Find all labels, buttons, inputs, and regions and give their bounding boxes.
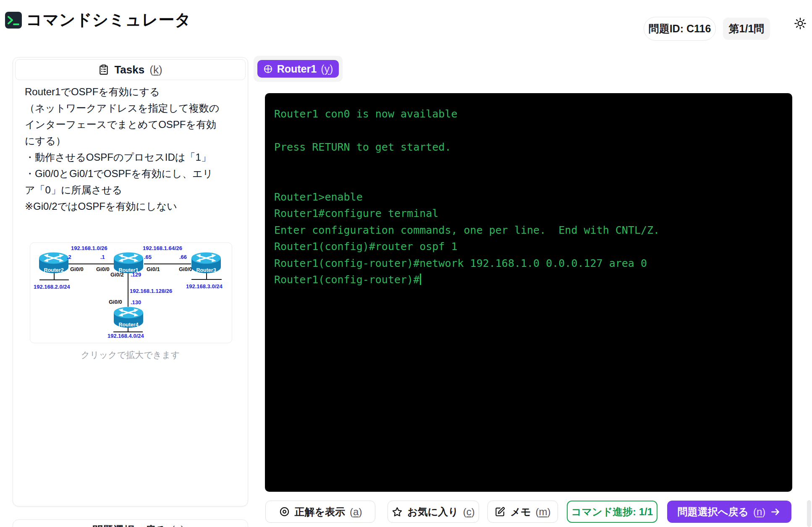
- task-description: Router1でOSPFを有効にする （ネットワークアドレスを指定して複数の イ…: [25, 83, 238, 214]
- show-answer-label: 正解を表示: [295, 505, 346, 519]
- arrow-left-icon: [76, 525, 87, 527]
- interface-label: Gi0/0: [96, 266, 110, 272]
- back-button-label: 問題選択へ戻る: [678, 505, 749, 519]
- tasks-panel-header[interactable]: Tasks k: [15, 59, 246, 80]
- tasks-panel: Tasks k Router1でOSPFを有効にする （ネットワークアドレスを指…: [13, 57, 248, 506]
- problem-id-badge: 問題ID: C116: [644, 17, 716, 41]
- tab-router1-shortcut-key: y: [321, 63, 333, 75]
- interface-label: Gi0/2: [110, 271, 124, 278]
- ip-label: .2: [67, 254, 71, 260]
- star-icon: [392, 506, 403, 517]
- lan-subnet-label: 192.168.4.0/24: [107, 333, 144, 339]
- page-title: コマンドシミュレータ: [26, 9, 191, 31]
- lan-subnet-label: 192.168.3.0/24: [186, 283, 223, 290]
- ip-label: .1: [100, 254, 105, 260]
- tasks-shortcut-key: k: [149, 63, 162, 76]
- router2-icon: Router2: [38, 252, 69, 274]
- svg-text:Router3: Router3: [196, 267, 216, 273]
- favorite-label: お気に入り: [407, 505, 458, 519]
- network-diagram[interactable]: Router2 Router1 Router3 Router4 192.168.…: [30, 243, 232, 343]
- memo-shortcut-key: m: [536, 506, 551, 518]
- scrollbar-thumb[interactable]: [807, 500, 811, 527]
- device-tab-bar: Router1 y: [254, 56, 343, 82]
- command-progress-badge: コマンド進捗: 1/1: [567, 501, 657, 523]
- back-to-selection-card[interactable]: 問題選択へ戻る n: [13, 519, 248, 527]
- interface-label: Gi0/1: [147, 266, 160, 272]
- router4-icon: Router4: [113, 306, 144, 329]
- subnet-label: 192.168.1.0/26: [71, 245, 107, 251]
- globe-icon: [263, 64, 273, 74]
- router3-icon: Router3: [191, 252, 222, 274]
- arrow-right-icon: [770, 506, 781, 517]
- tab-router1[interactable]: Router1 y: [257, 60, 339, 78]
- terminal-logo-icon: [5, 12, 22, 29]
- interface-label: Gi0/0: [70, 266, 84, 272]
- tasks-header-label: Tasks: [114, 63, 144, 76]
- svg-text:Router4: Router4: [118, 322, 138, 328]
- subnet-label: 192.168.1.64/26: [143, 245, 182, 251]
- ip-label: .130: [131, 299, 141, 305]
- svg-text:Router2: Router2: [44, 267, 63, 273]
- ip-label: .66: [179, 254, 187, 260]
- terminal-cursor: [420, 274, 421, 285]
- clipboard-icon: [98, 64, 109, 75]
- subnet-label: 192.168.1.128/26: [130, 288, 172, 294]
- show-answer-button[interactable]: 正解を表示 a: [265, 501, 375, 523]
- back-card-shortcut-key: n: [171, 524, 184, 527]
- terminal-console[interactable]: Router1 con0 is now available Press RETU…: [265, 93, 792, 492]
- tab-router1-label: Router1: [277, 63, 317, 75]
- sun-icon: [794, 17, 807, 30]
- ip-label: .129: [131, 271, 141, 278]
- app-header: コマンドシミュレータ 問題ID: C116 第1/1問: [0, 0, 812, 46]
- ip-label: .65: [144, 254, 152, 260]
- terminal-output: Router1 con0 is now available Press RETU…: [265, 93, 792, 301]
- question-counter-badge: 第1/1問: [723, 18, 770, 40]
- show-answer-shortcut-key: a: [350, 506, 362, 518]
- memo-button[interactable]: メモ m: [487, 501, 558, 523]
- back-to-selection-button[interactable]: 問題選択へ戻る n: [667, 501, 791, 523]
- favorite-button[interactable]: お気に入り c: [388, 501, 479, 523]
- interface-label: Gi0/0: [109, 299, 122, 305]
- interface-label: Gi0/0: [179, 266, 192, 272]
- memo-label: メモ: [510, 505, 531, 519]
- router1-icon: Router1: [113, 252, 144, 274]
- diagram-caption: クリックで拡大できます: [13, 349, 248, 361]
- favorite-shortcut-key: c: [463, 506, 475, 518]
- back-button-shortcut-key: n: [753, 506, 765, 518]
- theme-toggle-button[interactable]: [793, 16, 808, 31]
- memo-pencil-icon: [495, 506, 506, 517]
- network-diagram-canvas: Router2 Router1 Router3 Router4 192.168.…: [30, 243, 232, 343]
- back-card-label: 問題選択へ戻る: [92, 523, 166, 527]
- eye-icon: [279, 506, 290, 517]
- lan-subnet-label: 192.168.2.0/24: [34, 284, 70, 290]
